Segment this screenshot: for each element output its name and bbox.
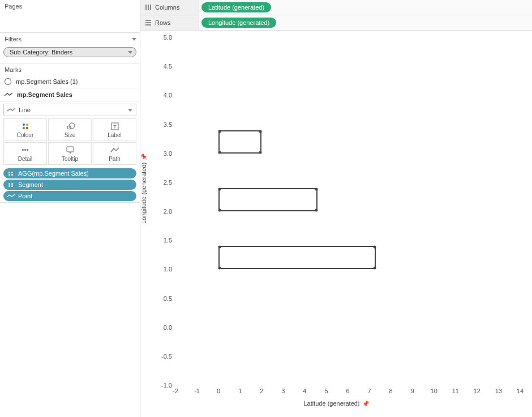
mark-cell-label: Size [65,132,75,138]
chevron-down-icon[interactable] [128,51,132,54]
x-tick-label: 3 [281,388,285,394]
label-icon: T [111,122,119,130]
x-tick-label: 10 [431,388,437,394]
line-icon [7,108,15,112]
y-tick-label: -0.5 [157,353,172,360]
y-tick-label: 5.0 [157,34,172,41]
marks-detail-button[interactable]: Detail [3,142,47,165]
marks-colour-button[interactable]: Colour [3,118,47,141]
chart-canvas[interactable]: Longitude (generated) 📌 Latitude (genera… [140,31,532,417]
y-tick-label: 2.0 [157,208,172,215]
y-tick-label: 2.5 [157,179,172,186]
svg-rect-7 [150,5,151,10]
x-tick-label: 4 [303,388,306,394]
filter-pill-label: Sub-Category: Binders [10,49,72,56]
columns-shelf[interactable]: Columns Latitude (generated) [140,0,532,15]
mark-cell-label: Colour [17,132,33,138]
line-icon [5,92,12,97]
size-icon [66,122,75,130]
y-tick-label: 1.0 [157,266,172,273]
svg-rect-8 [145,20,151,21]
marks-card: Marks mp.Segment Sales (1) mp.Segment Sa… [0,63,140,203]
x-tick-label: -1 [194,388,200,394]
rows-shelf[interactable]: Rows Longitude (generated) [140,15,532,31]
y-tick-label: -1.0 [157,382,172,389]
x-tick-label: 9 [411,388,414,394]
mark-layer[interactable]: mp.Segment Sales (1) [0,75,140,88]
field-pill-label: Segment [18,181,43,188]
x-tick-label: 14 [517,388,524,394]
x-tick-label: 6 [346,388,349,394]
mark-rectangle[interactable] [218,246,376,269]
tooltip-icon [66,146,74,154]
y-tick-label: 0.0 [157,324,172,331]
mark-type-dropdown[interactable]: Line [3,104,136,116]
mark-cell-label: Path [109,156,121,162]
marks-tooltip-button[interactable]: Tooltip [48,142,92,165]
columns-field-pill[interactable]: Latitude (generated) [201,2,271,12]
y-tick-label: 4.0 [157,92,172,99]
svg-rect-5 [145,5,147,10]
svg-rect-10 [145,24,151,25]
filter-pill-subcategory[interactable]: Sub-Category: Binders [3,47,136,57]
x-tick-label: 7 [368,388,371,394]
marks-label: Marks [5,66,22,73]
columns-icon [145,4,152,11]
y-tick-label: 3.0 [157,150,172,157]
marks-label-button[interactable]: T Label [93,118,136,141]
pin-icon: 📌 [141,154,147,160]
detail-icon [7,172,15,176]
chevron-down-icon [128,109,132,112]
x-tick-label: 2 [260,388,263,394]
filters-label: Filters [5,36,22,42]
x-tick-label: -2 [173,388,178,394]
field-pill-segment[interactable]: Segment [3,180,136,190]
svg-rect-4 [67,147,74,152]
x-tick-label: 5 [324,388,328,394]
x-tick-label: 13 [495,388,502,394]
y-tick-label: 3.5 [157,121,172,128]
x-tick-label: 12 [474,388,480,394]
y-tick-label: 4.5 [157,63,172,70]
svg-rect-6 [148,5,149,10]
field-pill-agg[interactable]: AGG(mp.Segment Sales) [3,168,136,178]
filters-shelf[interactable]: Filters Sub-Category: Binders [0,33,140,63]
mark-cell-label: Label [108,132,121,138]
pin-icon: 📌 [362,401,369,407]
circle-icon [5,78,11,85]
x-axis-title[interactable]: Latitude (generated) 📌 [303,400,368,407]
x-tick-label: 1 [238,388,242,394]
rows-field-pill[interactable]: Longitude (generated) [201,18,276,28]
pages-shelf[interactable]: Pages [0,0,140,33]
x-tick-label: 8 [389,388,393,394]
mark-cell-label: Tooltip [62,156,78,162]
left-sidebar: Pages Filters Sub-Category: Binders Mark… [0,0,140,417]
path-icon [110,147,119,153]
marks-path-button[interactable]: Path [93,142,136,165]
mark-rectangle[interactable] [218,188,318,211]
columns-label: Columns [155,4,179,11]
detail-icon [22,149,28,151]
x-tick-label: 11 [452,388,459,394]
marks-size-button[interactable]: Size [48,118,92,141]
mark-rectangle[interactable] [218,130,261,154]
path-icon [7,194,15,198]
mark-type-label: Line [19,107,31,113]
mark-layer[interactable]: mp.Segment Sales [0,88,140,101]
svg-rect-9 [145,22,151,23]
y-tick-label: 1.5 [157,237,172,244]
detail-icon [7,183,15,187]
field-pill-label: AGG(mp.Segment Sales) [18,170,89,177]
field-pill-point[interactable]: Point [3,191,136,201]
colour-icon [23,124,28,129]
mark-layer-label: mp.Segment Sales (1) [16,78,78,85]
y-tick-label: 0.5 [157,295,172,302]
chevron-down-icon[interactable] [132,38,136,41]
rows-icon [145,19,152,26]
svg-text:T: T [113,124,117,130]
plot-area [175,37,521,385]
field-pill-label: Point [18,193,32,199]
y-axis-title[interactable]: Longitude (generated) 📌 [140,154,147,224]
worksheet-area: Columns Latitude (generated) Rows Longit… [140,0,532,417]
rows-label: Rows [155,19,171,26]
